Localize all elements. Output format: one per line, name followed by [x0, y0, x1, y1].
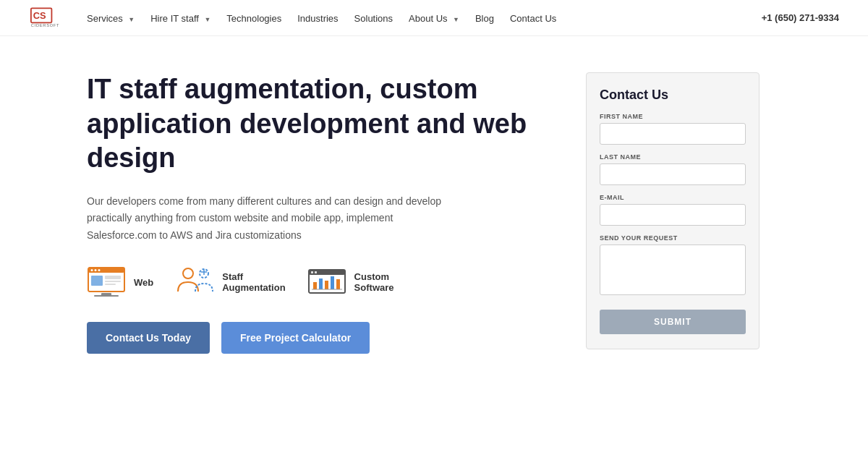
email-input[interactable]	[600, 204, 746, 226]
request-label: SEND YOUR REQUEST	[600, 234, 746, 242]
nav-link-industries[interactable]: Industries	[297, 13, 338, 24]
nav-link-hire[interactable]: Hire IT staff	[150, 13, 199, 24]
svg-text:CS: CS	[33, 10, 46, 21]
nav-item-blog[interactable]: Blog	[475, 12, 494, 25]
hero-description: Our developers come from many different …	[87, 193, 463, 244]
feature-software: CustomSoftware	[307, 266, 394, 299]
software-icon	[307, 266, 347, 299]
hire-dropdown-icon: ▼	[204, 16, 210, 23]
last-name-input[interactable]	[600, 163, 746, 185]
free-project-calculator-button[interactable]: Free Project Calculator	[221, 322, 370, 354]
submit-button[interactable]: SUBMIT	[600, 310, 746, 334]
services-dropdown-icon: ▼	[128, 16, 135, 23]
svg-rect-22	[313, 282, 317, 289]
last-name-group: LAST NAME	[600, 153, 746, 185]
svg-rect-24	[325, 281, 328, 289]
svg-rect-10	[105, 281, 121, 282]
nav-link-solutions[interactable]: Solutions	[354, 13, 393, 24]
first-name-group: FIRST NAME	[600, 113, 746, 145]
feature-software-label: CustomSoftware	[354, 271, 394, 293]
first-name-label: FIRST NAME	[600, 113, 746, 120]
phone-number: +1 (650) 271-9334	[762, 12, 839, 23]
contact-form-box: Contact Us FIRST NAME LAST NAME E-MAIL S…	[586, 72, 760, 349]
feature-staff: StaffAugmentation	[175, 266, 285, 299]
nav-item-industries[interactable]: Industries	[297, 12, 338, 25]
svg-rect-9	[105, 276, 121, 279]
nav-item-hire[interactable]: Hire IT staff ▼	[150, 12, 210, 25]
feature-web: Web	[87, 266, 153, 299]
nav-item-contact[interactable]: Contact Us	[510, 12, 556, 25]
svg-point-5	[91, 269, 93, 271]
last-name-label: LAST NAME	[600, 153, 746, 161]
svg-rect-20	[311, 271, 313, 273]
svg-rect-25	[331, 276, 334, 289]
features-row: Web StaffAugmentation	[87, 266, 557, 299]
svg-rect-11	[105, 284, 116, 285]
svg-rect-21	[315, 271, 317, 273]
email-label: E-MAIL	[600, 194, 746, 201]
nav-link-contact[interactable]: Contact Us	[510, 13, 556, 24]
left-section: IT staff augmentation, custom applicatio…	[87, 72, 557, 354]
nav-item-about[interactable]: About Us ▼	[409, 12, 459, 25]
request-textarea[interactable]	[600, 244, 746, 295]
email-group: E-MAIL	[600, 194, 746, 226]
nav-link-technologies[interactable]: Technologies	[226, 13, 281, 24]
svg-text:CIDERSOFT: CIDERSOFT	[31, 23, 59, 27]
svg-point-7	[98, 269, 101, 271]
svg-rect-4	[88, 268, 124, 273]
nav-link-blog[interactable]: Blog	[475, 13, 494, 24]
contact-form-title: Contact Us	[600, 88, 746, 103]
nav-link-about[interactable]: About Us	[409, 13, 447, 24]
nav-links: Services ▼ Hire IT staff ▼ Technologies …	[87, 12, 762, 25]
cta-buttons: Contact Us Today Free Project Calculator	[87, 322, 557, 354]
svg-rect-23	[319, 278, 323, 289]
nav-item-services[interactable]: Services ▼	[87, 12, 135, 25]
svg-rect-19	[309, 270, 345, 275]
svg-point-14	[183, 268, 193, 278]
navbar: CS CIDERSOFT Services ▼ Hire IT staff ▼ …	[0, 0, 868, 36]
hero-title: IT staff augmentation, custom applicatio…	[87, 72, 557, 176]
first-name-input[interactable]	[600, 123, 746, 145]
contact-us-today-button[interactable]: Contact Us Today	[87, 322, 210, 354]
request-group: SEND YOUR REQUEST	[600, 234, 746, 298]
main-content: IT staff augmentation, custom applicatio…	[0, 36, 868, 375]
nav-item-solutions[interactable]: Solutions	[354, 12, 393, 25]
feature-staff-label: StaffAugmentation	[222, 271, 285, 293]
about-dropdown-icon: ▼	[453, 16, 459, 23]
svg-rect-13	[94, 295, 119, 297]
staff-icon	[175, 266, 215, 299]
svg-rect-8	[91, 276, 103, 286]
svg-point-6	[95, 269, 97, 271]
feature-web-label: Web	[134, 277, 153, 288]
nav-link-services[interactable]: Services	[87, 13, 123, 24]
logo[interactable]: CS CIDERSOFT	[29, 5, 65, 30]
web-icon	[87, 266, 127, 299]
nav-item-technologies[interactable]: Technologies	[226, 12, 281, 25]
svg-rect-26	[336, 279, 340, 289]
